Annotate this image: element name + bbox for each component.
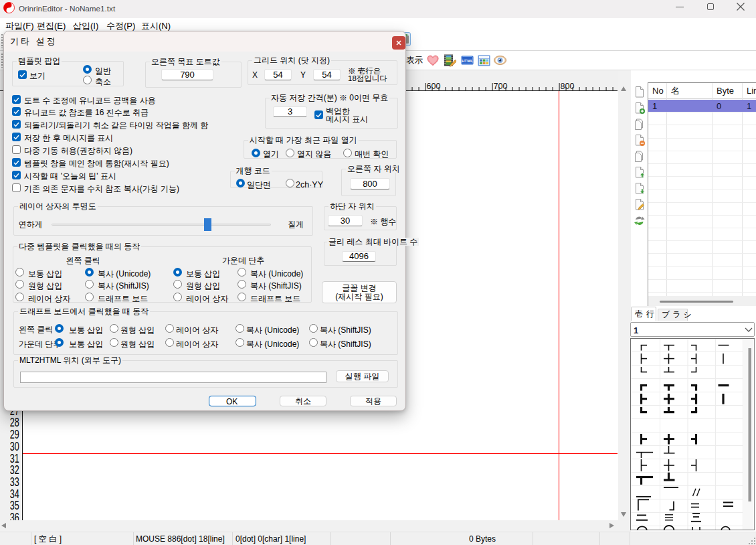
svg-text:600: 600 <box>427 82 441 91</box>
svg-text:HTML: HTML <box>462 58 473 63</box>
svg-text:700: 700 <box>494 82 508 91</box>
svg-text:800: 800 <box>561 82 575 91</box>
